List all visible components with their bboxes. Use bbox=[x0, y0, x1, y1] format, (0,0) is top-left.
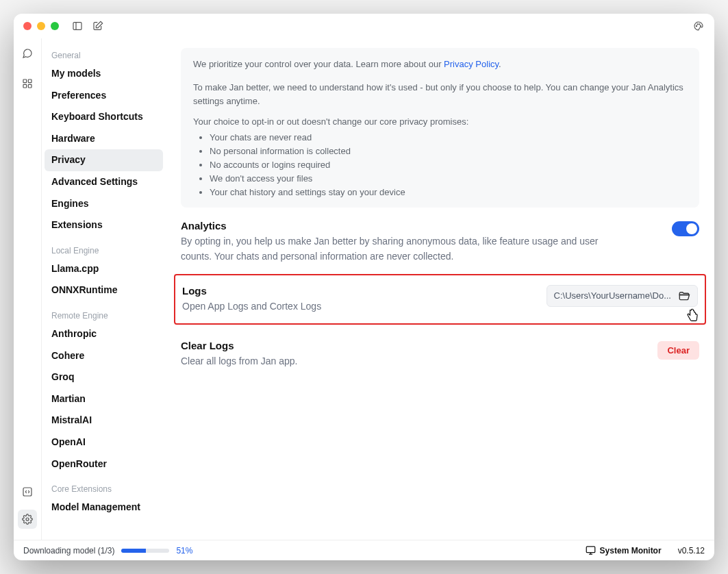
sidebar-item-advanced-settings[interactable]: Advanced Settings bbox=[45, 171, 163, 193]
sidebar-item-openai[interactable]: OpenAI bbox=[45, 432, 163, 453]
settings-sidebar: General My modelsPreferencesKeyboard Sho… bbox=[41, 38, 168, 540]
sidebar-item-cohere[interactable]: Cohere bbox=[45, 345, 163, 367]
sidebar-item-keyboard-shortcuts[interactable]: Keyboard Shortcuts bbox=[45, 106, 163, 128]
sidebar-item-mistralai[interactable]: MistralAI bbox=[45, 410, 163, 432]
sidebar-toggle-icon[interactable] bbox=[71, 20, 84, 32]
sidebar-item-privacy[interactable]: Privacy bbox=[45, 149, 163, 171]
logs-path-button[interactable]: C:\Users\YourUsername\Do... bbox=[547, 285, 698, 307]
info-p2: To make Jan better, we need to understan… bbox=[193, 81, 687, 108]
info-bullets: Your chats are never readNo personal inf… bbox=[193, 131, 687, 200]
download-percent: 51% bbox=[176, 546, 192, 556]
sidebar-item-hardware[interactable]: Hardware bbox=[45, 128, 163, 150]
sidebar-item-llama.cpp[interactable]: Llama.cpp bbox=[45, 258, 163, 280]
info-bullet: Your chats are never read bbox=[210, 131, 687, 145]
folder-open-icon bbox=[678, 290, 690, 302]
svg-point-5 bbox=[700, 25, 701, 26]
new-note-icon[interactable] bbox=[92, 20, 104, 32]
version-label: v0.5.12 bbox=[678, 546, 705, 556]
info-bullet: No personal information is collected bbox=[210, 145, 687, 158]
svg-point-3 bbox=[697, 24, 698, 25]
svg-point-2 bbox=[696, 25, 696, 26]
logs-title: Logs bbox=[182, 285, 321, 297]
sidebar-item-model-management[interactable]: Model Management bbox=[45, 497, 163, 519]
maximize-window[interactable] bbox=[51, 22, 59, 30]
system-monitor-label: System Monitor bbox=[600, 546, 662, 556]
info-bullet: No accounts or logins required bbox=[210, 158, 687, 172]
clear-logs-button[interactable]: Clear bbox=[657, 341, 699, 360]
code-icon[interactable] bbox=[18, 482, 37, 501]
window-controls bbox=[23, 22, 59, 30]
svg-rect-12 bbox=[586, 547, 595, 553]
info-bullet: Your chat history and settings stay on y… bbox=[210, 186, 687, 199]
sidebar-item-martian[interactable]: Martian bbox=[45, 388, 163, 410]
svg-rect-6 bbox=[23, 79, 27, 83]
info-p1b: . bbox=[499, 59, 501, 69]
sidebar-item-groq[interactable]: Groq bbox=[45, 366, 163, 388]
palette-icon[interactable] bbox=[692, 20, 705, 32]
sidebar-item-preferences[interactable]: Preferences bbox=[45, 85, 163, 107]
statusbar: Downloading model (1/3) 51% System Monit… bbox=[14, 540, 714, 560]
close-window[interactable] bbox=[23, 22, 32, 30]
sidebar-header-remote-engine: Remote Engine bbox=[45, 307, 163, 323]
monitor-icon bbox=[586, 545, 596, 556]
logs-desc: Open App Logs and Cortex Logs bbox=[182, 299, 321, 314]
privacy-info-box: We prioritize your control over your dat… bbox=[181, 48, 699, 208]
download-status-text: Downloading model (1/3) bbox=[23, 546, 114, 556]
minimize-window[interactable] bbox=[37, 22, 45, 30]
sidebar-item-my-models[interactable]: My models bbox=[45, 63, 163, 85]
svg-rect-7 bbox=[28, 79, 32, 83]
sidebar-item-onnxruntime[interactable]: ONNXRuntime bbox=[45, 279, 163, 301]
svg-rect-0 bbox=[73, 23, 81, 30]
sidebar-item-openrouter[interactable]: OpenRouter bbox=[45, 453, 163, 475]
info-bullet: We don't access your files bbox=[210, 172, 687, 186]
svg-rect-9 bbox=[28, 84, 32, 88]
download-progress bbox=[121, 549, 169, 553]
svg-rect-10 bbox=[23, 488, 32, 496]
cursor-hand-icon bbox=[683, 307, 701, 325]
svg-point-4 bbox=[699, 24, 700, 25]
setting-logs: Logs Open App Logs and Cortex Logs C:\Us… bbox=[174, 274, 706, 325]
sidebar-item-anthropic[interactable]: Anthropic bbox=[45, 323, 163, 345]
svg-rect-8 bbox=[23, 84, 27, 88]
sidebar-header-general: General bbox=[45, 47, 163, 63]
sidebar-item-extensions[interactable]: Extensions bbox=[45, 214, 163, 236]
nav-rail bbox=[14, 38, 41, 540]
privacy-policy-link[interactable]: Privacy Policy bbox=[444, 59, 499, 69]
app-window: General My modelsPreferencesKeyboard Sho… bbox=[14, 14, 714, 560]
analytics-toggle[interactable] bbox=[672, 221, 699, 236]
info-p1a: We prioritize your control over your dat… bbox=[193, 59, 444, 69]
settings-content: We prioritize your control over your dat… bbox=[168, 38, 714, 540]
analytics-title: Analytics bbox=[181, 220, 619, 232]
logs-path-text: C:\Users\YourUsername\Do... bbox=[554, 290, 671, 301]
setting-clear-logs: Clear Logs Clear all logs from Jan app. … bbox=[181, 327, 699, 372]
sidebar-header-local-engine: Local Engine bbox=[45, 242, 163, 258]
chat-icon[interactable] bbox=[18, 44, 37, 63]
svg-point-11 bbox=[26, 518, 29, 521]
titlebar bbox=[14, 14, 714, 38]
apps-icon[interactable] bbox=[18, 74, 37, 93]
setting-analytics: Analytics By opting in, you help us make… bbox=[181, 208, 699, 266]
system-monitor-button[interactable]: System Monitor bbox=[586, 545, 662, 556]
analytics-desc: By opting in, you help us make Jan bette… bbox=[181, 234, 619, 264]
settings-icon[interactable] bbox=[18, 510, 37, 529]
sidebar-item-engines[interactable]: Engines bbox=[45, 193, 163, 215]
info-p3: Your choice to opt-in or out doesn't cha… bbox=[193, 115, 687, 129]
clear-logs-title: Clear Logs bbox=[181, 340, 297, 351]
sidebar-header-core-ext: Core Extensions bbox=[45, 480, 163, 497]
clear-logs-desc: Clear all logs from Jan app. bbox=[181, 354, 297, 369]
